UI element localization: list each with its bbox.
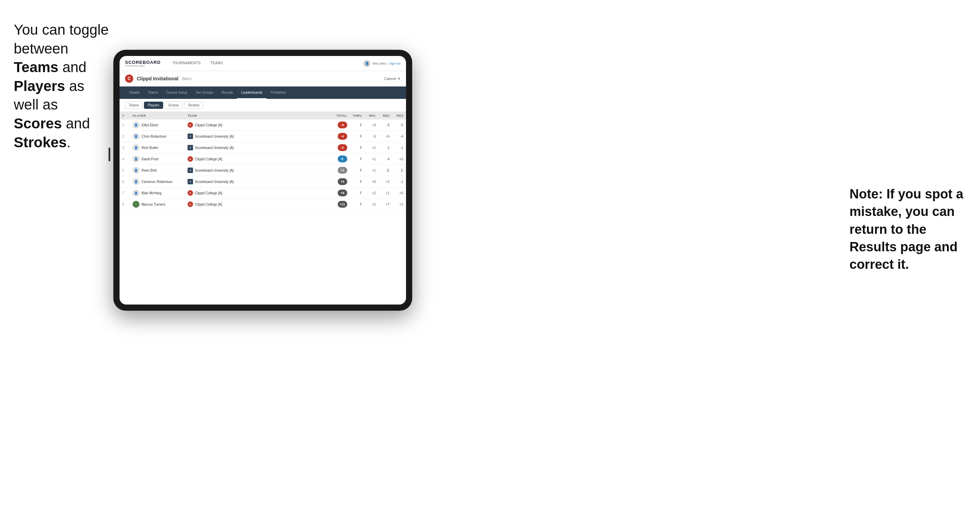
logo-title: SCOREBOARD <box>125 60 161 65</box>
col-total: TOTAL <box>331 112 350 119</box>
score-badge: -4 <box>338 133 347 140</box>
cell-total: +8 <box>331 187 350 199</box>
col-rank: # <box>119 112 130 119</box>
cell-rd3: -5 <box>392 119 406 131</box>
cell-rd3: +6 <box>392 187 406 199</box>
cell-player: 🌿Marcus Turners <box>130 199 185 210</box>
cell-team: CClippd College [A] <box>185 199 317 210</box>
score-badge: -2 <box>338 144 347 151</box>
nav-tournaments[interactable]: TOURNAMENTS <box>168 56 206 71</box>
cell-team: SScoreboard University [A] <box>185 165 317 176</box>
nav-user-area: 👤 Test User | Sign out <box>363 60 401 67</box>
cell-rd3: +2 <box>392 199 406 210</box>
team-name: Clippd College [A] <box>195 203 222 206</box>
table-row: 7👤Blair McHargCClippd College [A]+8F+2+1… <box>119 187 406 199</box>
cell-total: +1 <box>331 165 350 176</box>
cell-rd1: -5 <box>365 131 379 142</box>
tournament-gender: (Men) <box>182 76 192 81</box>
score-badge: +6 <box>338 178 347 185</box>
player-name: David Ford <box>142 157 158 161</box>
cell-rank: 1 <box>119 119 130 131</box>
cell-total: -2 <box>331 142 350 154</box>
team-name: Clippd College [A] <box>195 157 222 161</box>
cell-player: 👤David Ford <box>130 154 185 165</box>
player-name: Blair McHarg <box>142 191 161 195</box>
cell-player: 👤Cameron Robertson <box>130 176 185 187</box>
cell-team: CClippd College [A] <box>185 119 317 131</box>
team-logo-clippd: C <box>188 190 193 196</box>
cell-player: 👤Rees Britt <box>130 165 185 176</box>
col-rd3: RD3 <box>392 112 406 119</box>
sign-out-link[interactable]: Sign out <box>389 62 401 65</box>
tab-leaderboards[interactable]: Leaderboards <box>237 87 267 99</box>
tournament-name: Clippd Invitational <box>137 76 178 81</box>
player-avatar: 🌿 <box>133 201 140 208</box>
col-player: PLAYER <box>130 112 185 119</box>
tab-printables[interactable]: Printables <box>267 87 290 99</box>
cell-thru: F <box>350 165 365 176</box>
player-avatar: 👤 <box>133 133 140 140</box>
tablet-screen: SCOREBOARD Powered by clippd TOURNAMENTS… <box>119 56 406 305</box>
sub-tab-teams[interactable]: Teams <box>125 102 143 109</box>
cell-total: -8 <box>331 119 350 131</box>
cell-rd2: +5 <box>379 131 392 142</box>
tab-details[interactable]: Details <box>125 87 144 99</box>
tab-course-setup[interactable]: Course Setup <box>162 87 191 99</box>
cell-player: 👤Chris Robertson <box>130 131 185 142</box>
cell-rank: 6 <box>119 176 130 187</box>
cell-rd2: +2 <box>379 176 392 187</box>
cell-player: 👤Elliot Ebert <box>130 119 185 131</box>
leaderboard-table: # PLAYER TEAM TOTAL THRU RD1 RD2 RD3 1👤E… <box>119 112 406 305</box>
tournament-header: C Clippd Invitational (Men) Cancel ✕ <box>119 71 406 87</box>
player-avatar: 👤 <box>133 144 140 151</box>
cell-thru: F <box>350 154 365 165</box>
team-name: Scoreboard University [A] <box>195 135 234 138</box>
nav-teams[interactable]: TEAMS <box>205 56 228 71</box>
tab-teams[interactable]: Teams <box>144 87 162 99</box>
tab-results[interactable]: Results <box>218 87 237 99</box>
team-name: Clippd College [A] <box>195 123 222 127</box>
left-annotation: You can toggle between Teams and Players… <box>14 21 110 152</box>
cell-total: +6 <box>331 176 350 187</box>
cell-thru: F <box>350 187 365 199</box>
cell-team: SScoreboard University [A] <box>185 176 317 187</box>
player-avatar: 👤 <box>133 167 140 174</box>
sub-tab-strokes[interactable]: Strokes <box>184 102 204 109</box>
player-avatar: 👤 <box>133 156 140 162</box>
cell-rd3: +3 <box>392 154 406 165</box>
player-name: Elliot Ebert <box>142 123 158 127</box>
cell-empty <box>317 154 331 165</box>
app-logo: SCOREBOARD Powered by clippd <box>125 60 161 67</box>
tab-tee-groups[interactable]: Tee Groups <box>191 87 218 99</box>
team-name: Scoreboard University [A] <box>195 168 234 172</box>
team-name: Scoreboard University [A] <box>195 146 234 150</box>
tablet-frame: SCOREBOARD Powered by clippd TOURNAMENTS… <box>113 50 412 311</box>
cell-team: SScoreboard University [A] <box>185 131 317 142</box>
sub-tab-scores[interactable]: Scores <box>164 102 183 109</box>
cell-empty <box>317 165 331 176</box>
player-avatar: 👤 <box>133 178 140 185</box>
cell-rd1: +5 <box>365 176 379 187</box>
cell-rank: 5 <box>119 165 130 176</box>
cancel-button[interactable]: Cancel ✕ <box>384 76 401 81</box>
cell-empty <box>317 176 331 187</box>
cell-team: CClippd College [A] <box>185 187 317 199</box>
col-team: TEAM <box>185 112 317 119</box>
sub-tab-players[interactable]: Players <box>144 102 163 109</box>
team-logo-clippd: C <box>188 122 193 128</box>
right-annotation: Note: If you spot a mistake, you can ret… <box>850 186 966 273</box>
cell-rd1: +1 <box>365 154 379 165</box>
player-name: Cameron Robertson <box>142 180 172 184</box>
user-name: Test User | <box>372 62 387 65</box>
tab-bar: Details Teams Course Setup Tee Groups Re… <box>119 87 406 99</box>
score-badge: +8 <box>338 189 347 196</box>
players-table: # PLAYER TEAM TOTAL THRU RD1 RD2 RD3 1👤E… <box>119 112 406 210</box>
cell-rd2: +1 <box>379 187 392 199</box>
cell-rd3: -1 <box>392 176 406 187</box>
cell-rd3: -4 <box>392 131 406 142</box>
cell-rank: 3 <box>119 142 130 154</box>
cell-rd2: -4 <box>379 154 392 165</box>
table-row: 3👤Rich ButlerSScoreboard University [A]-… <box>119 142 406 154</box>
table-row: 6👤Cameron RobertsonSScoreboard Universit… <box>119 176 406 187</box>
team-logo-scoreboard: S <box>188 133 193 139</box>
